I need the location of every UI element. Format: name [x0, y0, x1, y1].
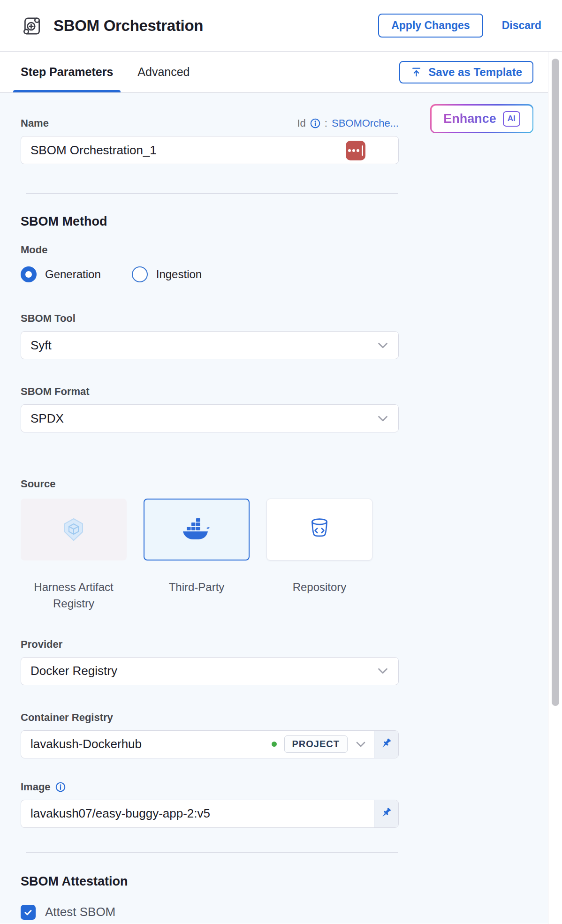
provider-select[interactable]: Docker Registry [21, 657, 399, 685]
pin-icon[interactable] [374, 731, 398, 758]
discard-link[interactable]: Discard [502, 19, 541, 32]
image-field[interactable]: lavakush07/easy-buggy-app-2:v5 [21, 800, 399, 828]
info-icon[interactable] [55, 782, 66, 792]
radio-ingestion[interactable] [132, 266, 148, 282]
source-label: Source [21, 478, 562, 490]
sbom-format-select[interactable]: SPDX [21, 404, 399, 432]
attest-sbom-checkbox[interactable] [21, 905, 36, 920]
source-card-repository[interactable] [266, 499, 372, 560]
tab-advanced[interactable]: Advanced [137, 52, 190, 92]
radio-generation-label[interactable]: Generation [45, 268, 101, 281]
image-value: lavakush07/easy-buggy-app-2:v5 [30, 806, 210, 821]
step-parameters-panel: Enhance AI Name Id : SBOMOrche... SBOM O… [0, 93, 562, 924]
name-label: Name [21, 117, 49, 129]
scope-badge: PROJECT [284, 735, 348, 753]
sbom-method-heading: SBOM Method [21, 214, 562, 229]
provider-label: Provider [21, 638, 562, 651]
attest-sbom-label[interactable]: Attest SBOM [45, 905, 115, 919]
step-id-value[interactable]: SBOMOrche... [332, 117, 399, 129]
name-input-value: SBOM Orchestration_1 [30, 143, 157, 158]
id-separator: : [325, 117, 327, 129]
save-as-template-button[interactable]: Save as Template [399, 61, 533, 83]
image-label: Image [21, 781, 51, 793]
chevron-down-icon[interactable] [355, 741, 366, 748]
sbom-format-value: SPDX [30, 411, 64, 426]
radio-ingestion-label[interactable]: Ingestion [156, 268, 202, 281]
provider-value: Docker Registry [30, 664, 117, 678]
scrollbar-track[interactable] [548, 52, 562, 924]
enhance-label: Enhance [443, 112, 496, 126]
info-icon[interactable] [310, 118, 320, 129]
sbom-step-scroll-icon [21, 15, 43, 37]
container-registry-field[interactable]: lavakush-Dockerhub PROJECT [21, 730, 399, 758]
chevron-down-icon [377, 667, 389, 675]
source-card-third-party[interactable] [144, 499, 250, 560]
enhance-ai-button[interactable]: Enhance AI [430, 104, 533, 133]
upload-icon [410, 66, 422, 78]
chevron-down-icon [377, 341, 389, 349]
sbom-tool-value: Syft [30, 338, 52, 353]
id-label: Id [297, 117, 305, 129]
step-config-header: SBOM Orchestration Apply Changes Discard [0, 0, 562, 52]
container-registry-value: lavakush-Dockerhub [30, 737, 142, 751]
tab-bar: Step Parameters Advanced Save as Templat… [0, 52, 562, 93]
container-registry-label: Container Registry [21, 712, 562, 724]
sbom-format-label: SBOM Format [21, 386, 562, 398]
tab-step-parameters[interactable]: Step Parameters [21, 52, 113, 92]
save-as-template-label: Save as Template [428, 66, 522, 79]
divider [26, 193, 398, 194]
page-title: SBOM Orchestration [53, 17, 203, 35]
ai-badge: AI [503, 111, 520, 127]
harness-artifact-registry-icon [61, 516, 87, 543]
radio-generation[interactable] [21, 266, 37, 282]
pin-icon[interactable] [374, 800, 398, 827]
sbom-attestation-heading: SBOM Attestation [21, 874, 562, 889]
mode-label: Mode [21, 244, 562, 256]
sbom-tool-select[interactable]: Syft [21, 331, 399, 359]
chevron-down-icon [377, 415, 389, 423]
source-card-harness-artifact-registry[interactable] [21, 499, 127, 560]
comment-indicator-icon[interactable] [346, 141, 365, 160]
sbom-tool-label: SBOM Tool [21, 312, 562, 325]
divider [26, 852, 398, 853]
source-card-label: Repository [266, 579, 372, 612]
scrollbar-thumb[interactable] [552, 59, 559, 706]
repository-icon [307, 517, 332, 542]
source-card-label: Harness Artifact Registry [21, 579, 127, 612]
divider [26, 458, 398, 458]
apply-changes-button[interactable]: Apply Changes [378, 14, 483, 38]
source-card-label: Third-Party [144, 579, 250, 612]
docker-whale-icon [182, 518, 211, 541]
connector-status-dot [272, 742, 277, 747]
name-input[interactable]: SBOM Orchestration_1 [21, 136, 399, 164]
